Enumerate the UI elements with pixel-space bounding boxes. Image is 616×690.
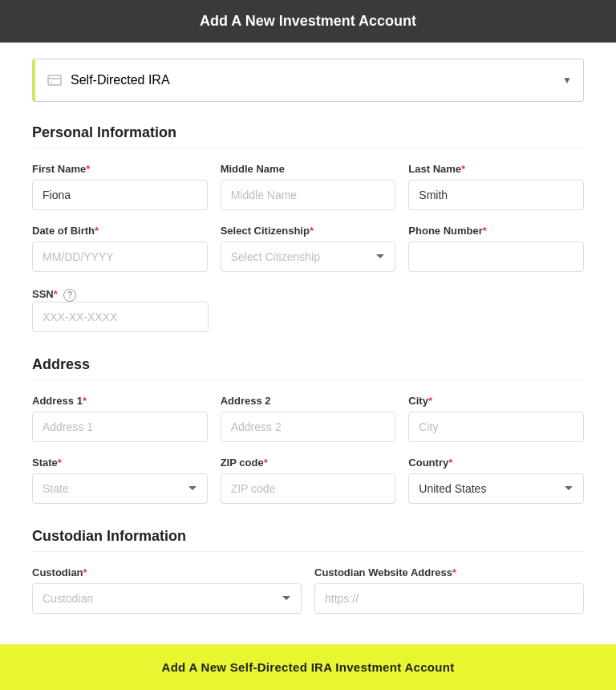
custodian-website-group: Custodian Website Address* xyxy=(314,566,584,614)
dob-input[interactable] xyxy=(32,242,208,272)
address2-label: Address 2 xyxy=(221,395,396,407)
custodian-label: Custodian* xyxy=(32,566,302,578)
ssn-row: SSN* ? xyxy=(32,286,584,332)
citizenship-select[interactable]: Select Citizenship United States Canada … xyxy=(221,242,396,272)
address2-input[interactable] xyxy=(221,412,396,442)
country-select[interactable]: United States Canada United Kingdom Aust… xyxy=(408,473,584,504)
zip-input[interactable] xyxy=(221,473,396,504)
first-name-group: First Name* xyxy=(32,163,208,210)
ira-icon xyxy=(47,72,63,88)
city-group: City* xyxy=(408,395,584,442)
city-input[interactable] xyxy=(408,412,584,442)
first-name-input[interactable] xyxy=(32,180,208,210)
svg-point-1 xyxy=(51,82,52,83)
address2-group: Address 2 xyxy=(221,395,396,442)
address1-label: Address 1* xyxy=(32,395,208,407)
first-name-label: First Name* xyxy=(32,163,208,175)
address-title: Address xyxy=(32,356,584,380)
ssn-label: SSN* ? xyxy=(32,288,76,300)
address-row1: Address 1* Address 2 City* xyxy=(32,395,584,442)
country-label: Country* xyxy=(408,457,584,469)
address-section: Address Address 1* Address 2 City* xyxy=(32,356,584,504)
phone-group: Phone Number* xyxy=(408,225,584,272)
ssn-input[interactable] xyxy=(32,302,209,332)
dob-citizenship-phone-row: Date of Birth* Select Citizenship* Selec… xyxy=(32,225,584,272)
citizenship-group: Select Citizenship* Select Citizenship U… xyxy=(221,225,396,272)
account-type-label: Self-Directed IRA xyxy=(71,73,170,87)
account-type-selector[interactable]: Self-Directed IRA ▼ xyxy=(32,59,584,102)
custodian-website-label: Custodian Website Address* xyxy=(314,566,584,578)
address1-input[interactable] xyxy=(32,412,208,442)
phone-input[interactable] xyxy=(408,242,584,272)
address1-group: Address 1* xyxy=(32,395,208,442)
city-label: City* xyxy=(408,395,584,407)
dob-group: Date of Birth* xyxy=(32,225,208,272)
svg-rect-0 xyxy=(48,75,61,85)
submit-button[interactable]: Add A New Self-Directed IRA Investment A… xyxy=(0,644,616,690)
dob-label: Date of Birth* xyxy=(32,225,208,237)
custodian-row: Custodian* Custodian Equity Trust Millen… xyxy=(32,566,584,614)
name-row: First Name* Middle Name Last Name* xyxy=(32,163,584,210)
address-row2: State* State Alabama Alaska Arizona Cali… xyxy=(32,457,584,504)
last-name-label: Last Name* xyxy=(408,163,584,175)
state-label: State* xyxy=(32,457,208,469)
ssn-help-icon[interactable]: ? xyxy=(63,289,76,302)
middle-name-label: Middle Name xyxy=(221,163,396,175)
ssn-group: SSN* ? xyxy=(32,286,209,332)
state-group: State* State Alabama Alaska Arizona Cali… xyxy=(32,457,208,504)
phone-label: Phone Number* xyxy=(408,225,584,237)
country-group: Country* United States Canada United Kin… xyxy=(408,457,584,504)
middle-name-group: Middle Name xyxy=(221,163,396,210)
last-name-input[interactable] xyxy=(408,180,584,210)
zip-group: ZIP code* xyxy=(221,457,396,504)
custodian-group: Custodian* Custodian Equity Trust Millen… xyxy=(32,566,302,614)
citizenship-label: Select Citizenship* xyxy=(221,225,396,237)
zip-label: ZIP code* xyxy=(221,457,396,469)
custodian-website-input[interactable] xyxy=(314,583,584,614)
middle-name-input[interactable] xyxy=(221,180,396,210)
custodian-title: Custodian Information xyxy=(32,528,584,552)
personal-info-title: Personal Information xyxy=(32,124,584,148)
custodian-section: Custodian Information Custodian* Custodi… xyxy=(32,528,584,614)
state-select[interactable]: State Alabama Alaska Arizona California … xyxy=(32,473,208,504)
custodian-select[interactable]: Custodian Equity Trust Millennium Trust … xyxy=(32,583,302,614)
page-title: Add A New Investment Account xyxy=(200,13,416,29)
chevron-down-icon: ▼ xyxy=(562,75,572,86)
personal-information-section: Personal Information First Name* Middle … xyxy=(32,124,584,332)
last-name-group: Last Name* xyxy=(408,163,584,210)
